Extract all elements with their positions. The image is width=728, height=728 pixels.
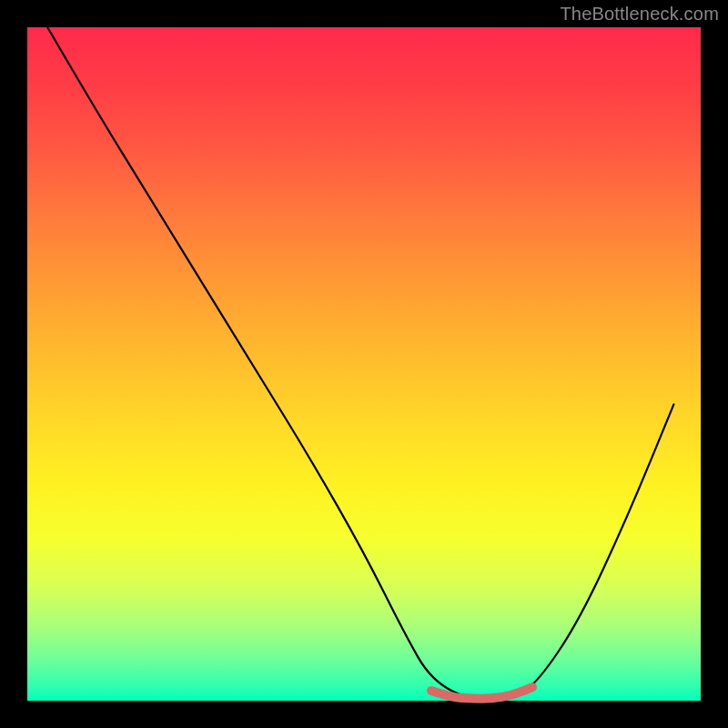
mismatch-curve-plot (27, 27, 701, 701)
chart-frame: TheBottleneck.com (0, 0, 728, 728)
mismatch-curve (47, 27, 673, 701)
watermark-text: TheBottleneck.com (560, 4, 719, 25)
